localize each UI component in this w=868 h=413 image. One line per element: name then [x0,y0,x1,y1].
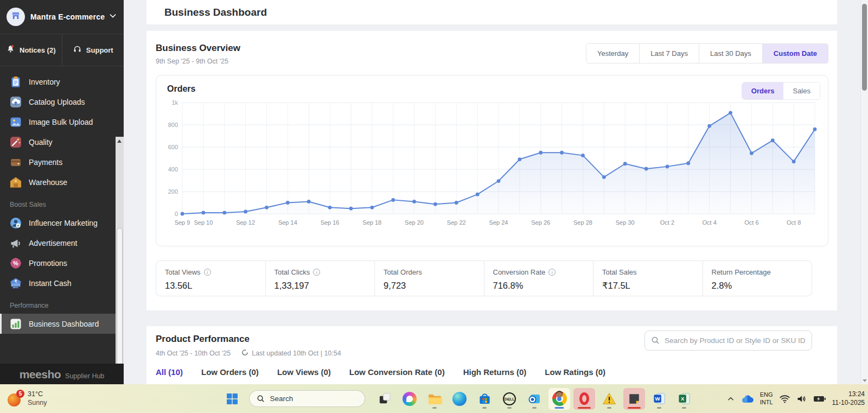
chrome-icon[interactable] [548,388,570,410]
volume-icon[interactable] [796,394,807,404]
svg-text:Sep 26: Sep 26 [531,219,550,226]
clock[interactable]: 13:24 11-10-2025 [832,390,865,407]
edge-icon[interactable] [449,388,470,410]
tray-date: 11-10-2025 [832,399,865,408]
language-indicator[interactable]: ENG INTL [760,391,773,405]
sidebar-item-label: Promotions [29,259,67,268]
sidebar-item-advertisement[interactable]: Advertisement [0,233,124,253]
opera-icon[interactable] [573,388,595,410]
file-explorer-icon[interactable] [424,388,445,410]
page-scrollbar-down-arrow[interactable] [863,379,867,382]
scrollbar-up-arrow[interactable] [117,139,122,143]
info-icon[interactable]: i [548,269,556,276]
excel-icon[interactable]: X [673,388,695,410]
person-check-icon [10,217,22,229]
notices-label: Notices (2) [20,46,55,54]
sticky-notes-icon[interactable] [623,388,645,410]
sidebar-item-influencer-marketing[interactable]: Influencer Marketing [0,213,124,233]
stat-conversion-rate: Conversion Ratei 716.8% [484,261,594,296]
stat-total-sales: Total Sales ₹17.5L [593,261,703,296]
battery-charging-icon[interactable] [813,395,826,403]
svg-text:400: 400 [168,166,178,173]
date-filter-group: Yesterday Last 7 Days Last 30 Days Custo… [586,43,828,63]
svg-text:Sep 18: Sep 18 [362,219,381,226]
taskbar-search-box[interactable]: Search [249,390,365,407]
sidebar-item-instant-cash[interactable]: ₹MPPL Instant Cash [0,273,124,293]
tab-all[interactable]: All (10) [156,367,183,377]
tab-low-ratings[interactable]: Low Ratings (0) [545,367,605,377]
stat-label: Total Clicks [275,268,310,276]
tab-high-returns[interactable]: High Returns (0) [463,367,527,377]
tab-low-conversion-rate[interactable]: Low Conversion Rate (0) [349,367,445,377]
svg-text:W: W [655,396,661,402]
filter-yesterday-button[interactable]: Yesterday [586,44,639,63]
svg-text:Oct 8: Oct 8 [787,219,801,226]
sidebar-item-promotions[interactable]: % Promotions [0,253,124,273]
svg-text:X: X [681,396,685,402]
stat-value: ₹17.5L [602,281,703,291]
taskbar-search-label: Search [270,395,293,403]
sidebar-item-inventory[interactable]: Inventory [0,72,124,92]
sidebar-item-payments[interactable]: Payments [0,152,124,172]
info-icon[interactable]: i [204,269,211,276]
svg-text:Oct 2: Oct 2 [660,219,674,226]
wifi-icon[interactable] [779,394,790,404]
tray-time: 13:24 [832,390,865,399]
toggle-orders-button[interactable]: Orders [742,82,784,99]
onedrive-icon[interactable] [741,394,754,404]
start-button[interactable] [226,392,239,405]
weather-widget[interactable]: 5 31°C Sunny [8,390,47,407]
stat-value: 13.56L [165,281,265,291]
filter-last-30-days-button[interactable]: Last 30 Days [699,44,762,63]
tray-chevron-up-icon[interactable] [727,395,735,403]
stat-label: Total Orders [384,268,422,276]
rupee-bank-icon: ₹MPPL [10,277,22,289]
business-overview-section: Business Overview 9th Sep '25 - 9th Oct … [146,31,837,310]
microsoft-store-icon[interactable] [474,388,495,410]
stat-label: Total Views [165,268,201,276]
dell-icon[interactable]: D∈LL [499,388,520,410]
product-performance-date-range: 4th Oct '25 - 10th Oct '25 [156,350,231,357]
copilot-icon[interactable] [399,388,420,410]
sidebar-item-catalog-uploads[interactable]: Catalog Uploads [0,92,124,112]
account-switcher[interactable]: Mantra E-commerce [0,0,124,34]
notices-button[interactable]: Notices (2) [0,34,62,66]
magic-wand-icon [10,136,22,148]
svg-text:0: 0 [175,211,178,217]
svg-text:Sep 30: Sep 30 [616,219,635,226]
tab-low-views[interactable]: Low Views (0) [277,367,331,377]
filter-custom-date-button[interactable]: Custom Date [762,44,828,63]
sidebar-item-image-bulk-upload[interactable]: Image Bulk Upload [0,112,124,132]
svg-text:MPPL: MPPL [13,287,18,289]
overview-stats-row: Total Viewsi 13.56L Total Clicksi 1,33,1… [156,260,812,296]
svg-text:Sep 12: Sep 12 [236,219,255,226]
filter-last-7-days-button[interactable]: Last 7 Days [639,44,699,63]
svg-text:800: 800 [168,122,178,128]
sidebar-item-warehouse[interactable]: Warehouse [0,172,124,192]
search-icon [257,395,265,403]
outlook-icon[interactable] [524,388,545,410]
page-scrollbar-thumb[interactable] [862,4,867,91]
stat-total-views: Total Viewsi 13.56L [156,261,266,296]
sidebar-item-business-dashboard[interactable]: Business Dashboard [0,314,124,334]
task-view-icon[interactable] [374,388,395,410]
page-scrollbar[interactable] [860,0,868,384]
support-label: Support [86,46,113,54]
support-button[interactable]: Support [62,34,124,66]
sidebar-item-label: Inventory [29,78,60,86]
stat-label: Return Percentage [712,268,771,276]
headset-icon [73,45,82,55]
sidebar-item-quality[interactable]: Quality [0,132,124,152]
tab-low-orders[interactable]: Low Orders (0) [201,367,259,377]
word-icon[interactable]: W [648,388,670,410]
sidebar-item-label: Advertisement [29,239,77,247]
toggle-sales-button[interactable]: Sales [783,82,820,99]
product-search-input[interactable] [644,331,812,351]
refresh-icon[interactable] [241,349,248,358]
orders-chart-card: Orders Orders Sales 02004006008001kSep 9… [156,75,828,246]
svg-text:D∈LL: D∈LL [505,397,514,401]
info-icon[interactable]: i [313,269,320,276]
stat-label: Conversion Rate [493,268,546,276]
security-alert-icon[interactable] [598,388,620,410]
chrome-profile-avatar [556,391,563,398]
